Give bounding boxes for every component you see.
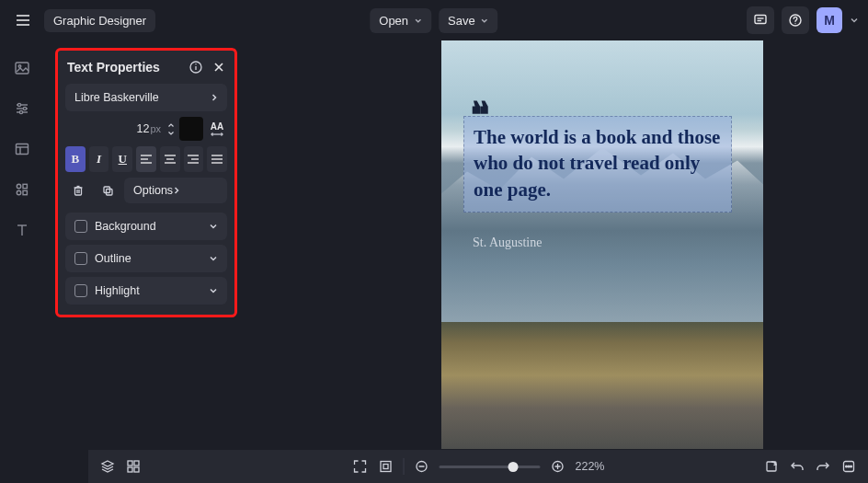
close-icon[interactable] (212, 61, 225, 74)
layers-button[interactable] (99, 458, 116, 475)
background-section[interactable]: Background (65, 213, 227, 240)
user-avatar[interactable]: M (817, 7, 842, 33)
align-right-button[interactable] (184, 146, 204, 172)
zoom-slider[interactable] (440, 466, 541, 468)
help-button[interactable] (782, 6, 809, 34)
bold-button[interactable]: B (65, 146, 86, 172)
svg-rect-54 (134, 467, 139, 472)
open-button[interactable]: Open (370, 8, 431, 33)
layout-tool[interactable] (13, 140, 31, 158)
fullscreen-button[interactable] (378, 458, 394, 475)
more-button[interactable] (840, 458, 857, 475)
slider-handle[interactable] (508, 462, 518, 472)
duplicate-button[interactable] (95, 178, 120, 203)
redo-button[interactable] (815, 458, 831, 475)
font-color-swatch[interactable] (179, 117, 203, 141)
bottombar-center: 222% (352, 458, 605, 475)
main-area: Text Properties Libre Baskerville 12px (0, 40, 868, 483)
bottombar-left (99, 458, 142, 475)
zoom-in-button[interactable] (550, 458, 566, 475)
fit-icon (353, 459, 368, 474)
text-properties-panel: Text Properties Libre Baskerville 12px (55, 48, 237, 317)
options-label: Options (133, 184, 173, 197)
duplicate-icon (101, 184, 114, 197)
fit-button[interactable] (352, 458, 369, 475)
font-family-dropdown[interactable]: Libre Baskerville (65, 84, 227, 111)
font-family-label: Libre Baskerville (74, 91, 159, 104)
svg-rect-55 (381, 462, 391, 472)
stepper-down-icon[interactable] (166, 130, 176, 137)
help-icon (788, 13, 803, 28)
adjustments-tool[interactable] (13, 99, 31, 118)
menu-icon (15, 12, 31, 29)
app-title[interactable]: Graphic Designer (44, 9, 155, 32)
zoom-level[interactable]: 222% (576, 460, 605, 473)
outline-label: Outline (95, 252, 131, 265)
align-justify-button[interactable] (207, 146, 227, 172)
topbar-right: M (747, 6, 859, 34)
highlight-label: Highlight (95, 284, 140, 297)
font-unit: px (150, 123, 161, 134)
svg-point-21 (17, 190, 20, 194)
undo-button[interactable] (789, 458, 805, 475)
zoom-out-button[interactable] (414, 458, 430, 475)
undo-icon (790, 459, 805, 474)
checkbox-icon[interactable] (74, 252, 87, 265)
svg-point-65 (848, 466, 850, 467)
chevron-right-icon (211, 93, 218, 102)
chevron-down-icon[interactable] (850, 16, 859, 25)
highlight-section[interactable]: Highlight (65, 277, 227, 305)
options-dropdown[interactable]: Options (124, 178, 227, 203)
stepper-up-icon[interactable] (166, 121, 176, 129)
left-tool-rail (0, 40, 44, 483)
trash-icon (72, 184, 85, 197)
checkbox-icon[interactable] (74, 284, 87, 297)
fullscreen-icon (379, 459, 394, 474)
main-menu-button[interactable] (9, 6, 37, 34)
quote-glyph[interactable]: ❞ (471, 77, 485, 121)
align-right-icon (187, 154, 200, 165)
align-center-button[interactable] (160, 146, 180, 172)
chevron-right-icon (173, 186, 180, 195)
save-button[interactable]: Save (439, 8, 498, 33)
panel-title: Text Properties (67, 60, 183, 75)
save-label: Save (448, 14, 475, 28)
svg-rect-16 (17, 144, 29, 155)
italic-button[interactable]: I (89, 146, 109, 172)
design-canvas[interactable]: ❞ The world is a book and those who do n… (441, 40, 763, 449)
options-row: Options (65, 178, 227, 203)
shapes-tool[interactable] (13, 180, 31, 199)
panel-icon (14, 141, 30, 157)
transform-icon (764, 459, 779, 474)
image-tool[interactable] (13, 59, 31, 77)
text-tool[interactable] (13, 221, 31, 239)
align-center-icon (164, 154, 177, 165)
transform-button[interactable] (763, 458, 780, 475)
quote-text[interactable]: The world is a book and those who do not… (474, 124, 722, 202)
text-transform-button[interactable]: AA (207, 121, 227, 136)
font-size-input[interactable]: 12px (65, 117, 163, 141)
grid-button[interactable] (125, 458, 142, 475)
underline-button[interactable]: U (112, 146, 132, 172)
open-label: Open (379, 14, 408, 28)
workspace: Text Properties Libre Baskerville 12px (44, 40, 868, 483)
feedback-button[interactable] (747, 6, 774, 34)
author-text[interactable]: St. Augustine (473, 236, 542, 250)
outline-section[interactable]: Outline (65, 245, 227, 272)
divider (404, 458, 405, 475)
format-buttons-row: B I U (65, 146, 227, 172)
bottombar: 222% (88, 450, 868, 483)
checkbox-icon[interactable] (74, 220, 87, 233)
svg-rect-22 (23, 190, 27, 194)
svg-point-15 (19, 110, 22, 113)
grid-icon (126, 459, 141, 474)
chevron-down-icon (209, 223, 218, 230)
align-left-button[interactable] (136, 146, 156, 172)
svg-rect-48 (104, 187, 110, 193)
svg-point-11 (17, 103, 20, 106)
info-icon[interactable] (188, 60, 203, 75)
quote-text-box[interactable]: The world is a book and those who do not… (463, 116, 732, 213)
delete-button[interactable] (65, 178, 91, 203)
svg-point-19 (17, 184, 20, 188)
svg-rect-53 (128, 467, 132, 472)
